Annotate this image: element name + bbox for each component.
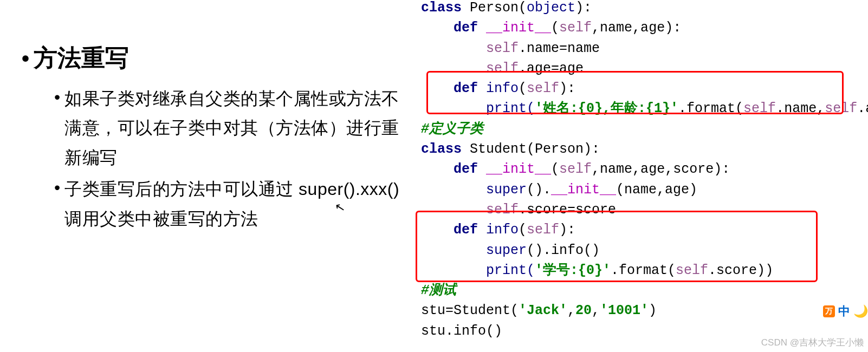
heading-text: 方法重写	[34, 42, 129, 74]
sub-bullet-list: • 如果子类对继承自父类的某个属性或方法不满意，可以在子类中对其（方法体）进行重…	[54, 84, 412, 233]
bullet-dot: •	[54, 174, 60, 233]
moon-icon: 🌙	[853, 304, 868, 318]
list-item: • 子类重写后的方法中可以通过 super().xxx() 调用父类中被重写的方…	[54, 174, 412, 233]
bullet-dot: •	[54, 84, 60, 172]
heading-row: • 方法重写	[22, 42, 412, 74]
comment: #测试	[421, 283, 456, 298]
keyword: class	[421, 0, 462, 16]
ime-indicator[interactable]: 万 中 🌙	[823, 303, 868, 320]
bullet-text: 子类重写后的方法中可以通过 super().xxx() 调用父类中被重写的方法	[64, 174, 412, 233]
code-block: class Person(object): def __init__(self,…	[421, 0, 865, 341]
ime-lang-label: 中	[838, 303, 850, 320]
watermark-text: CSDN @吉林大学王小懒	[761, 336, 864, 349]
ime-provider-icon: 万	[823, 305, 835, 317]
comment: #定义子类	[421, 121, 483, 137]
explanation-panel: • 方法重写 • 如果子类对继承自父类的某个属性或方法不满意，可以在子类中对其（…	[22, 42, 412, 236]
list-item: • 如果子类对继承自父类的某个属性或方法不满意，可以在子类中对其（方法体）进行重…	[54, 84, 412, 172]
bullet-dot: •	[22, 48, 29, 69]
bullet-text: 如果子类对继承自父类的某个属性或方法不满意，可以在子类中对其（方法体）进行重新编…	[64, 84, 412, 172]
